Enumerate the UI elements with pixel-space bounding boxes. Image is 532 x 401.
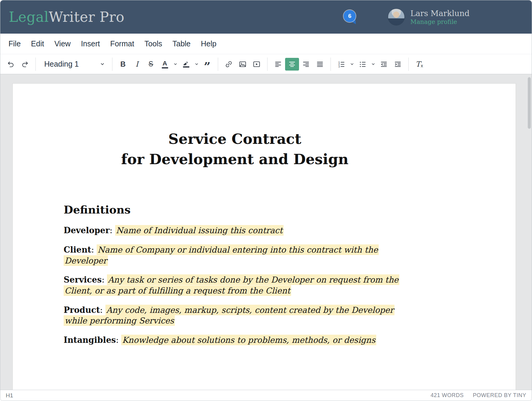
scrollbar-thumb[interactable]: [528, 77, 531, 129]
definition-separator: :: [100, 305, 105, 315]
menu-bar: File Edit View Insert Format Tools Table…: [0, 34, 532, 54]
chevron-down-icon: [350, 62, 354, 66]
toolbar-divider: [112, 58, 112, 71]
outdent-button[interactable]: [377, 58, 391, 71]
definition-separator: :: [116, 335, 121, 345]
definition-term: Developer: [64, 226, 110, 235]
text-color-button[interactable]: A: [158, 58, 172, 71]
menu-edit[interactable]: Edit: [26, 36, 49, 51]
block-format-select[interactable]: Heading 1: [39, 58, 108, 71]
menu-format[interactable]: Format: [105, 36, 139, 51]
bold-button[interactable]: B: [116, 58, 130, 71]
definition-text: Knowledge about solutions to problems, m…: [121, 335, 376, 345]
align-right-icon: [302, 60, 310, 68]
definition-separator: :: [102, 275, 107, 284]
undo-icon: [7, 60, 15, 68]
insert-link-button[interactable]: [222, 58, 236, 71]
numbered-list-icon: 1 2 3: [337, 60, 345, 68]
insert-image-button[interactable]: [236, 58, 250, 71]
link-icon: [225, 60, 233, 68]
highlight-color-swatch: [183, 66, 189, 68]
text-color-menu-button[interactable]: [172, 58, 179, 71]
user-block: Lars Marklund Manage profile: [410, 9, 470, 25]
italic-icon: I: [135, 61, 138, 68]
definition-term: Client: [64, 245, 91, 254]
insert-media-button[interactable]: [250, 58, 264, 71]
definition-paragraph: Services: Any task or series of tasks do…: [64, 274, 406, 296]
powered-by-tiny-link[interactable]: POWERED BY TINY: [473, 392, 526, 399]
redo-button[interactable]: [18, 58, 32, 71]
align-right-button[interactable]: [299, 58, 313, 71]
text-color-icon: A: [162, 60, 167, 66]
chevron-down-icon: [195, 62, 199, 66]
definition-paragraph: Developer: Name of Individual issuing th…: [64, 225, 406, 236]
align-center-icon: [288, 60, 296, 68]
clear-formatting-icon: Tx: [416, 61, 423, 68]
chevron-down-icon: [371, 62, 375, 66]
outdent-icon: [380, 60, 388, 68]
numbered-list-button[interactable]: 1 2 3: [334, 58, 348, 71]
app-header: LegalWriter Pro 6 Lars Marklund Manage p…: [0, 0, 532, 34]
vertical-scrollbar: [527, 77, 531, 387]
highlight-icon: [183, 61, 189, 65]
status-bar: H1 421 WORDS POWERED BY TINY: [0, 390, 532, 401]
statusbar-right: 421 WORDS POWERED BY TINY: [431, 392, 526, 399]
section-heading: Definitions: [64, 203, 406, 216]
text-color-swatch: [162, 67, 168, 68]
definition-paragraph: Client: Name of Company or individual en…: [64, 244, 406, 266]
justify-icon: [316, 60, 324, 68]
clear-formatting-button[interactable]: Tx: [412, 58, 426, 71]
avatar[interactable]: [388, 8, 405, 25]
toolbar-divider: [267, 58, 268, 71]
bold-icon: B: [120, 61, 125, 68]
definition-text: Any code, images, markup, scripts, conte…: [64, 305, 394, 326]
comments-icon[interactable]: 6: [342, 8, 359, 26]
title-line-2: for Development and Design: [121, 151, 348, 167]
definition-separator: :: [91, 245, 97, 254]
image-icon: [239, 60, 247, 68]
element-path[interactable]: H1: [6, 392, 13, 399]
media-icon: [253, 60, 261, 68]
toolbar-divider: [218, 58, 218, 71]
align-left-icon: [274, 60, 282, 68]
definition-text: Name of Individual issuing this contract: [115, 225, 284, 236]
logo-secondary: Writer Pro: [49, 9, 125, 25]
chevron-down-icon: [100, 62, 105, 67]
indent-button[interactable]: [391, 58, 405, 71]
title-line-1: Service Contract: [168, 131, 301, 147]
menu-table[interactable]: Table: [167, 36, 196, 51]
bullet-list-menu-button[interactable]: [370, 58, 377, 71]
definition-term: Intangibles: [64, 335, 116, 345]
highlight-color-button[interactable]: [179, 58, 193, 71]
align-left-button[interactable]: [271, 58, 285, 71]
highlight-color-menu-button[interactable]: [193, 58, 200, 71]
document-title: Service Contract for Development and Des…: [64, 129, 406, 169]
definition-separator: :: [110, 226, 115, 235]
document-page[interactable]: Service Contract for Development and Des…: [12, 83, 516, 390]
strikethrough-icon: S: [148, 61, 153, 68]
definition-paragraph: Product: Any code, images, markup, scrip…: [64, 305, 406, 326]
app-window: LegalWriter Pro 6 Lars Marklund Manage p…: [0, 0, 532, 401]
redo-icon: [21, 60, 29, 68]
comments-count: 6: [348, 13, 351, 19]
italic-button[interactable]: I: [130, 58, 144, 71]
blockquote-button[interactable]: ”: [200, 58, 214, 71]
menu-tools[interactable]: Tools: [139, 36, 167, 51]
definition-text: Any task or series of tasks done by the …: [64, 274, 399, 296]
menu-insert[interactable]: Insert: [76, 36, 105, 51]
user-name: Lars Marklund: [410, 9, 470, 17]
editor-canvas: Service Contract for Development and Des…: [0, 74, 532, 390]
undo-button[interactable]: [4, 58, 18, 71]
bullet-list-button[interactable]: [356, 58, 370, 71]
menu-help[interactable]: Help: [196, 36, 221, 51]
menu-file[interactable]: File: [3, 36, 26, 51]
strikethrough-button[interactable]: S: [144, 58, 158, 71]
numbered-list-menu-button[interactable]: [348, 58, 356, 71]
justify-button[interactable]: [313, 58, 327, 71]
manage-profile-link[interactable]: Manage profile: [410, 19, 470, 25]
word-count[interactable]: 421 WORDS: [431, 392, 464, 399]
align-center-button[interactable]: [285, 58, 299, 71]
definition-text: Name of Company or individual entering i…: [64, 244, 379, 266]
toolbar-divider: [408, 58, 409, 71]
menu-view[interactable]: View: [49, 36, 76, 51]
